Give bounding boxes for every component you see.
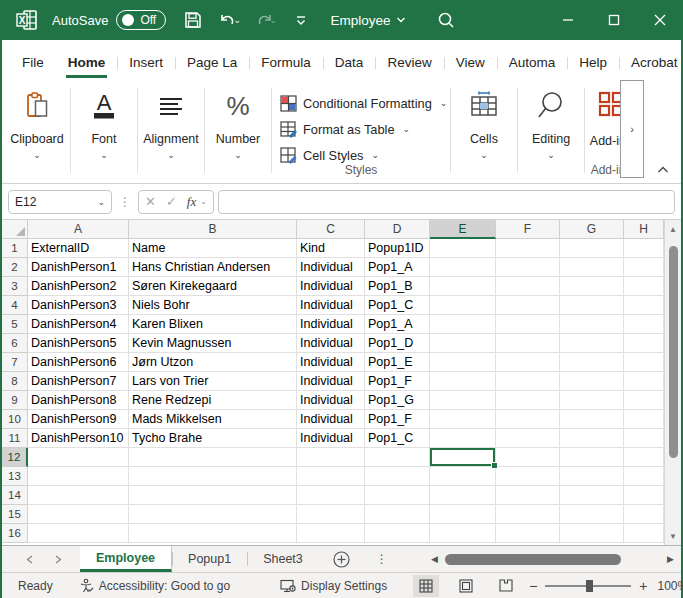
cell-F3[interactable]	[496, 277, 560, 296]
cell-A8[interactable]: DanishPerson7	[28, 372, 129, 391]
row-header-14[interactable]: 14	[2, 486, 28, 505]
cell-G5[interactable]	[560, 315, 624, 334]
cell-D9[interactable]: Pop1_G	[365, 391, 430, 410]
zoom-slider-thumb[interactable]	[586, 580, 593, 592]
tab-file[interactable]: File	[10, 48, 56, 78]
cell-A10[interactable]: DanishPerson9	[28, 410, 129, 429]
save-icon[interactable]	[180, 7, 206, 33]
excel-app-icon[interactable]: X	[16, 9, 38, 31]
cell-D12[interactable]	[365, 448, 430, 467]
cell-B11[interactable]: Tycho Brahe	[129, 429, 297, 448]
cell-C9[interactable]: Individual	[297, 391, 365, 410]
sheet-options-icon[interactable]: ⋮	[364, 546, 401, 572]
cell-H10[interactable]	[624, 410, 664, 429]
cell-H1[interactable]	[624, 239, 664, 258]
autosave-toggle[interactable]: Off	[116, 10, 166, 30]
conditional-formatting-button[interactable]: Conditional Formatting⌄	[280, 90, 450, 116]
new-sheet-button[interactable]	[319, 546, 364, 572]
display-settings[interactable]: Display Settings	[280, 579, 387, 593]
column-header-a[interactable]: A	[28, 220, 129, 239]
tab-insert[interactable]: Insert	[117, 48, 175, 78]
tab-automa[interactable]: Automa	[497, 48, 568, 78]
cell-C15[interactable]	[297, 505, 365, 524]
row-header-6[interactable]: 6	[2, 334, 28, 353]
cell-D5[interactable]: Pop1_A	[365, 315, 430, 334]
close-button[interactable]	[637, 0, 683, 40]
cell-A5[interactable]: DanishPerson4	[28, 315, 129, 334]
vertical-scroll-thumb[interactable]	[669, 246, 678, 458]
cell-A9[interactable]: DanishPerson8	[28, 391, 129, 410]
cell-D8[interactable]: Pop1_F	[365, 372, 430, 391]
cell-B16[interactable]	[129, 524, 297, 543]
row-header-8[interactable]: 8	[2, 372, 28, 391]
formula-bar-handle[interactable]: ⋮	[116, 195, 134, 209]
cell-B8[interactable]: Lars von Trier	[129, 372, 297, 391]
cell-G2[interactable]	[560, 258, 624, 277]
cell-E5[interactable]	[430, 315, 496, 334]
cell-G6[interactable]	[560, 334, 624, 353]
cell-B15[interactable]	[129, 505, 297, 524]
row-header-4[interactable]: 4	[2, 296, 28, 315]
cell-D13[interactable]	[365, 467, 430, 486]
cell-B1[interactable]: Name	[129, 239, 297, 258]
tab-page-la[interactable]: Page La	[175, 48, 249, 78]
zoom-slider[interactable]	[545, 585, 631, 587]
cell-G4[interactable]	[560, 296, 624, 315]
column-header-h[interactable]: H	[624, 220, 664, 239]
row-header-3[interactable]: 3	[2, 277, 28, 296]
row-header-10[interactable]: 10	[2, 410, 28, 429]
column-header-d[interactable]: D	[365, 220, 430, 239]
cell-F6[interactable]	[496, 334, 560, 353]
formula-input[interactable]	[218, 190, 675, 214]
cell-E1[interactable]	[430, 239, 496, 258]
row-header-11[interactable]: 11	[2, 429, 28, 448]
row-header-15[interactable]: 15	[2, 505, 28, 524]
tab-acrobat[interactable]: Acrobat	[619, 48, 683, 78]
select-all-button[interactable]	[2, 220, 28, 239]
cell-G13[interactable]	[560, 467, 624, 486]
horizontal-scrollbar[interactable]: ◀ ▶	[426, 549, 679, 569]
cell-H12[interactable]	[624, 448, 664, 467]
row-header-9[interactable]: 9	[2, 391, 28, 410]
cell-D6[interactable]: Pop1_D	[365, 334, 430, 353]
cell-B12[interactable]	[129, 448, 297, 467]
cell-F11[interactable]	[496, 429, 560, 448]
cell-E3[interactable]	[430, 277, 496, 296]
cell-G12[interactable]	[560, 448, 624, 467]
undo-chevron-icon[interactable]: ⌄	[234, 15, 242, 25]
format-as-table-button[interactable]: Format as Table⌄	[280, 116, 450, 142]
row-header-12[interactable]: 12	[2, 448, 28, 467]
row-header-1[interactable]: 1	[2, 239, 28, 258]
zoom-in-button[interactable]: +	[639, 578, 647, 594]
cell-G10[interactable]	[560, 410, 624, 429]
cell-G15[interactable]	[560, 505, 624, 524]
cell-B7[interactable]: Jørn Utzon	[129, 353, 297, 372]
cell-F5[interactable]	[496, 315, 560, 334]
cell-H16[interactable]	[624, 524, 664, 543]
cell-C8[interactable]: Individual	[297, 372, 365, 391]
vertical-scrollbar[interactable]: ▲ ▼	[664, 220, 681, 545]
cell-B9[interactable]: Rene Redzepi	[129, 391, 297, 410]
cell-C2[interactable]: Individual	[297, 258, 365, 277]
cell-E11[interactable]	[430, 429, 496, 448]
cell-H8[interactable]	[624, 372, 664, 391]
cell-A11[interactable]: DanishPerson10	[28, 429, 129, 448]
cell-E16[interactable]	[430, 524, 496, 543]
cell-D16[interactable]	[365, 524, 430, 543]
row-header-5[interactable]: 5	[2, 315, 28, 334]
cell-H15[interactable]	[624, 505, 664, 524]
cell-C14[interactable]	[297, 486, 365, 505]
cell-D14[interactable]	[365, 486, 430, 505]
cell-B6[interactable]: Kevin Magnussen	[129, 334, 297, 353]
cell-F4[interactable]	[496, 296, 560, 315]
cell-A16[interactable]	[28, 524, 129, 543]
cell-C13[interactable]	[297, 467, 365, 486]
cell-C11[interactable]: Individual	[297, 429, 365, 448]
cell-F10[interactable]	[496, 410, 560, 429]
editing-group[interactable]: Editing⌄	[518, 82, 584, 183]
column-header-f[interactable]: F	[496, 220, 560, 239]
cell-A2[interactable]: DanishPerson1	[28, 258, 129, 277]
insert-function-icon[interactable]: fx	[187, 194, 196, 210]
sheet-tab-popup1[interactable]: Popup1	[172, 546, 247, 572]
cell-E6[interactable]	[430, 334, 496, 353]
